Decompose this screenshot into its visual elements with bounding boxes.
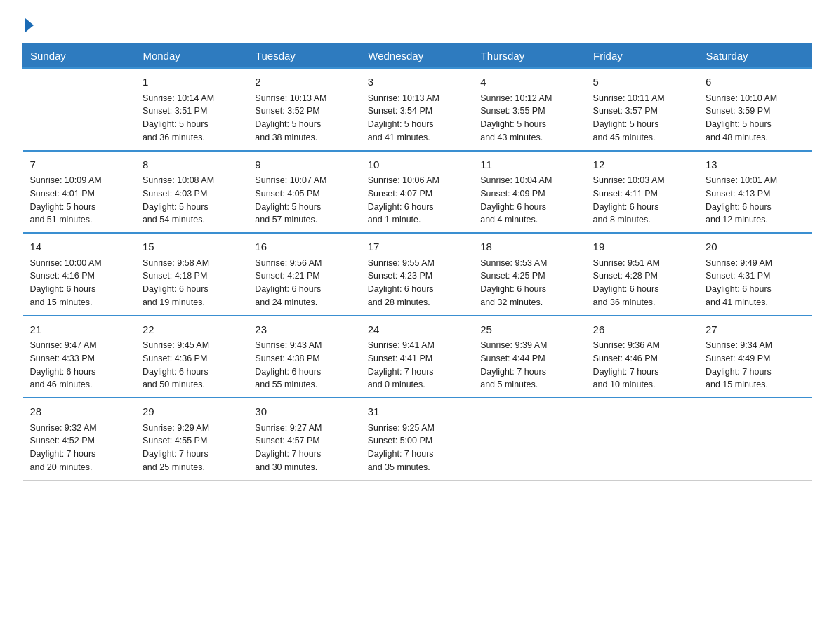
day-header-saturday: Saturday <box>699 44 811 69</box>
cell-date-number: 28 <box>30 404 128 420</box>
cell-sun-info: Sunrise: 10:13 AM Sunset: 3:52 PM Daylig… <box>255 92 353 145</box>
cell-date-number: 25 <box>480 322 578 338</box>
calendar-header-row: SundayMondayTuesdayWednesdayThursdayFrid… <box>23 44 812 69</box>
cell-sun-info: Sunrise: 10:08 AM Sunset: 4:03 PM Daylig… <box>143 174 241 227</box>
logo <box>22 17 34 32</box>
cell-date-number: 23 <box>255 322 353 338</box>
calendar-cell <box>699 398 811 480</box>
calendar-cell: 6Sunrise: 10:10 AM Sunset: 3:59 PM Dayli… <box>699 68 811 151</box>
calendar-cell: 7Sunrise: 10:09 AM Sunset: 4:01 PM Dayli… <box>23 151 135 234</box>
calendar-cell: 18Sunrise: 9:53 AM Sunset: 4:25 PM Dayli… <box>473 233 585 316</box>
cell-date-number: 26 <box>593 322 691 338</box>
calendar-cell: 1Sunrise: 10:14 AM Sunset: 3:51 PM Dayli… <box>135 68 248 151</box>
cell-sun-info: Sunrise: 9:34 AM Sunset: 4:49 PM Dayligh… <box>706 339 804 391</box>
cell-sun-info: Sunrise: 9:53 AM Sunset: 4:25 PM Dayligh… <box>480 257 578 309</box>
cell-date-number: 22 <box>143 322 241 338</box>
calendar-cell: 12Sunrise: 10:03 AM Sunset: 4:11 PM Dayl… <box>586 151 699 234</box>
cell-sun-info: Sunrise: 9:51 AM Sunset: 4:28 PM Dayligh… <box>593 257 691 309</box>
cell-sun-info: Sunrise: 9:29 AM Sunset: 4:55 PM Dayligh… <box>143 422 241 474</box>
cell-sun-info: Sunrise: 10:07 AM Sunset: 4:05 PM Daylig… <box>255 174 353 227</box>
cell-sun-info: Sunrise: 10:14 AM Sunset: 3:51 PM Daylig… <box>143 92 241 145</box>
cell-date-number: 10 <box>368 157 466 173</box>
calendar-cell: 31Sunrise: 9:25 AM Sunset: 5:00 PM Dayli… <box>361 398 473 480</box>
calendar-cell: 23Sunrise: 9:43 AM Sunset: 4:38 PM Dayli… <box>248 316 360 398</box>
cell-date-number: 1 <box>143 74 241 90</box>
calendar-cell: 16Sunrise: 9:56 AM Sunset: 4:21 PM Dayli… <box>248 233 360 316</box>
cell-date-number: 6 <box>706 74 804 90</box>
cell-sun-info: Sunrise: 9:58 AM Sunset: 4:18 PM Dayligh… <box>143 257 241 309</box>
calendar-cell: 20Sunrise: 9:49 AM Sunset: 4:31 PM Dayli… <box>699 233 811 316</box>
cell-date-number: 16 <box>255 239 353 255</box>
cell-date-number: 7 <box>30 157 128 173</box>
logo-arrow-icon <box>25 18 34 32</box>
calendar-cell: 5Sunrise: 10:11 AM Sunset: 3:57 PM Dayli… <box>586 68 699 151</box>
cell-date-number: 21 <box>30 322 128 338</box>
cell-date-number: 20 <box>706 239 804 255</box>
cell-sun-info: Sunrise: 9:47 AM Sunset: 4:33 PM Dayligh… <box>30 339 128 391</box>
calendar-cell: 24Sunrise: 9:41 AM Sunset: 4:41 PM Dayli… <box>361 316 473 398</box>
cell-date-number: 11 <box>480 157 578 173</box>
calendar-cell: 8Sunrise: 10:08 AM Sunset: 4:03 PM Dayli… <box>135 151 248 234</box>
calendar-cell: 26Sunrise: 9:36 AM Sunset: 4:46 PM Dayli… <box>586 316 699 398</box>
calendar-cell: 4Sunrise: 10:12 AM Sunset: 3:55 PM Dayli… <box>473 68 585 151</box>
calendar-cell: 19Sunrise: 9:51 AM Sunset: 4:28 PM Dayli… <box>586 233 699 316</box>
calendar-table: SundayMondayTuesdayWednesdayThursdayFrid… <box>22 43 812 481</box>
day-header-friday: Friday <box>586 44 699 69</box>
calendar-cell: 15Sunrise: 9:58 AM Sunset: 4:18 PM Dayli… <box>135 233 248 316</box>
calendar-cell: 14Sunrise: 10:00 AM Sunset: 4:16 PM Dayl… <box>23 233 135 316</box>
calendar-cell: 2Sunrise: 10:13 AM Sunset: 3:52 PM Dayli… <box>248 68 360 151</box>
calendar-cell <box>586 398 699 480</box>
cell-sun-info: Sunrise: 9:36 AM Sunset: 4:46 PM Dayligh… <box>593 339 691 391</box>
cell-date-number: 27 <box>706 322 804 338</box>
calendar-week-row: 28Sunrise: 9:32 AM Sunset: 4:52 PM Dayli… <box>23 398 812 480</box>
cell-sun-info: Sunrise: 9:32 AM Sunset: 4:52 PM Dayligh… <box>30 422 128 474</box>
cell-date-number: 12 <box>593 157 691 173</box>
cell-sun-info: Sunrise: 9:27 AM Sunset: 4:57 PM Dayligh… <box>255 422 353 474</box>
cell-date-number: 15 <box>143 239 241 255</box>
calendar-cell <box>473 398 585 480</box>
cell-sun-info: Sunrise: 9:39 AM Sunset: 4:44 PM Dayligh… <box>480 339 578 391</box>
calendar-cell: 10Sunrise: 10:06 AM Sunset: 4:07 PM Dayl… <box>361 151 473 234</box>
cell-sun-info: Sunrise: 10:03 AM Sunset: 4:11 PM Daylig… <box>593 174 691 227</box>
cell-sun-info: Sunrise: 9:56 AM Sunset: 4:21 PM Dayligh… <box>255 257 353 309</box>
calendar-cell <box>23 68 135 151</box>
cell-date-number: 18 <box>480 239 578 255</box>
calendar-cell: 11Sunrise: 10:04 AM Sunset: 4:09 PM Dayl… <box>473 151 585 234</box>
cell-date-number: 19 <box>593 239 691 255</box>
calendar-cell: 28Sunrise: 9:32 AM Sunset: 4:52 PM Dayli… <box>23 398 135 480</box>
cell-sun-info: Sunrise: 9:49 AM Sunset: 4:31 PM Dayligh… <box>706 257 804 309</box>
cell-date-number: 13 <box>706 157 804 173</box>
cell-date-number: 29 <box>143 404 241 420</box>
cell-date-number: 2 <box>255 74 353 90</box>
calendar-week-row: 1Sunrise: 10:14 AM Sunset: 3:51 PM Dayli… <box>23 68 812 151</box>
calendar-cell: 21Sunrise: 9:47 AM Sunset: 4:33 PM Dayli… <box>23 316 135 398</box>
page-header <box>22 17 812 32</box>
cell-sun-info: Sunrise: 9:25 AM Sunset: 5:00 PM Dayligh… <box>368 422 466 474</box>
cell-date-number: 4 <box>480 74 578 90</box>
cell-date-number: 17 <box>368 239 466 255</box>
calendar-cell: 13Sunrise: 10:01 AM Sunset: 4:13 PM Dayl… <box>699 151 811 234</box>
cell-sun-info: Sunrise: 10:09 AM Sunset: 4:01 PM Daylig… <box>30 174 128 227</box>
day-header-wednesday: Wednesday <box>361 44 473 69</box>
cell-sun-info: Sunrise: 10:10 AM Sunset: 3:59 PM Daylig… <box>706 92 804 145</box>
cell-sun-info: Sunrise: 10:00 AM Sunset: 4:16 PM Daylig… <box>30 257 128 309</box>
calendar-week-row: 21Sunrise: 9:47 AM Sunset: 4:33 PM Dayli… <box>23 316 812 398</box>
calendar-cell: 17Sunrise: 9:55 AM Sunset: 4:23 PM Dayli… <box>361 233 473 316</box>
cell-sun-info: Sunrise: 10:13 AM Sunset: 3:54 PM Daylig… <box>368 92 466 145</box>
cell-sun-info: Sunrise: 9:45 AM Sunset: 4:36 PM Dayligh… <box>143 339 241 391</box>
cell-date-number: 8 <box>143 157 241 173</box>
cell-sun-info: Sunrise: 9:43 AM Sunset: 4:38 PM Dayligh… <box>255 339 353 391</box>
cell-date-number: 24 <box>368 322 466 338</box>
calendar-cell: 22Sunrise: 9:45 AM Sunset: 4:36 PM Dayli… <box>135 316 248 398</box>
calendar-week-row: 7Sunrise: 10:09 AM Sunset: 4:01 PM Dayli… <box>23 151 812 234</box>
cell-date-number: 9 <box>255 157 353 173</box>
cell-date-number: 30 <box>255 404 353 420</box>
cell-sun-info: Sunrise: 9:41 AM Sunset: 4:41 PM Dayligh… <box>368 339 466 391</box>
cell-date-number: 5 <box>593 74 691 90</box>
calendar-cell: 9Sunrise: 10:07 AM Sunset: 4:05 PM Dayli… <box>248 151 360 234</box>
calendar-cell: 30Sunrise: 9:27 AM Sunset: 4:57 PM Dayli… <box>248 398 360 480</box>
cell-sun-info: Sunrise: 10:04 AM Sunset: 4:09 PM Daylig… <box>480 174 578 227</box>
calendar-cell: 27Sunrise: 9:34 AM Sunset: 4:49 PM Dayli… <box>699 316 811 398</box>
cell-sun-info: Sunrise: 10:12 AM Sunset: 3:55 PM Daylig… <box>480 92 578 145</box>
cell-date-number: 14 <box>30 239 128 255</box>
